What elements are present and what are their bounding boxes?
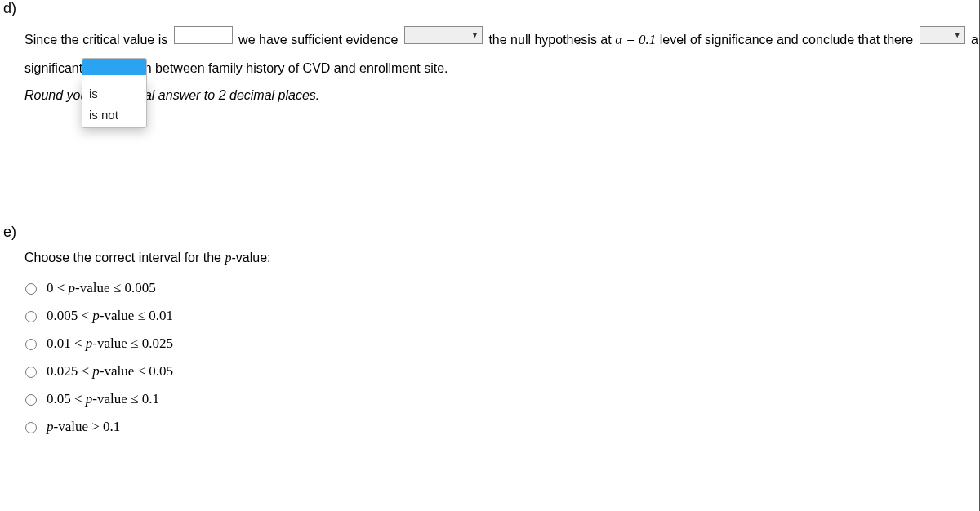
chevron-down-icon: ▼ [954, 32, 961, 39]
text-segment: Since the critical value is [24, 33, 167, 47]
text-segment: we have sufficient evidence [238, 33, 398, 47]
option-label: 0.005 < p-value ≤ 0.01 [47, 308, 173, 324]
there-is-dropdown[interactable]: is is not [82, 80, 147, 128]
option-label: p-value > 0.1 [47, 419, 120, 435]
radio-option-5[interactable] [25, 394, 37, 406]
text-segment: -value: [231, 251, 270, 264]
text-segment: level of significance and conclude that … [656, 33, 913, 47]
radio-option-1[interactable] [25, 283, 37, 295]
watermark-dots: . .: [964, 196, 975, 204]
alpha-expression: α = 0.1 [615, 32, 656, 47]
option-row[interactable]: 0.01 < p-value ≤ 0.025 [21, 335, 980, 352]
option-label: 0.01 < p-value ≤ 0.025 [47, 335, 173, 352]
text-segment: the null hypothesis at [488, 33, 615, 47]
part-d-body: Since the critical value is we have suff… [24, 25, 980, 109]
option-label: 0.025 < p-value ≤ 0.05 [47, 363, 173, 380]
option-row[interactable]: 0.005 < p-value ≤ 0.01 [21, 308, 980, 324]
there-is-select[interactable]: ▼ [920, 26, 965, 44]
option-row[interactable]: 0 < p-value ≤ 0.005 [21, 280, 980, 296]
option-row[interactable]: p-value > 0.1 [21, 419, 980, 435]
text-segment: Choose the correct interval for the [24, 251, 225, 264]
option-row[interactable]: 0.025 < p-value ≤ 0.05 [21, 363, 980, 380]
part-e-label: e) [3, 224, 980, 241]
option-label: 0.05 < p-value ≤ 0.1 [47, 391, 159, 407]
pvalue-options: 0 < p-value ≤ 0.005 0.005 < p-value ≤ 0.… [21, 280, 980, 435]
round-hint-before: Round you [24, 88, 87, 102]
chevron-down-icon: ▼ [471, 32, 479, 39]
radio-option-3[interactable] [25, 339, 37, 350]
evidence-select[interactable]: ▼ [404, 26, 483, 44]
dropdown-option-is[interactable]: is [82, 83, 146, 104]
part-e-prompt: Choose the correct interval for the p-va… [24, 251, 980, 265]
radio-option-4[interactable] [25, 367, 37, 378]
radio-option-6[interactable] [25, 422, 37, 433]
radio-option-2[interactable] [25, 311, 37, 322]
option-row[interactable]: 0.05 < p-value ≤ 0.1 [21, 391, 980, 407]
dropdown-option-is-not[interactable]: is not [82, 104, 146, 126]
part-d-label: d) [3, 0, 980, 17]
option-label: 0 < p-value ≤ 0.005 [47, 280, 156, 296]
round-hint-after: ical answer to 2 decimal places. [135, 88, 319, 102]
critical-value-input[interactable] [174, 26, 233, 44]
